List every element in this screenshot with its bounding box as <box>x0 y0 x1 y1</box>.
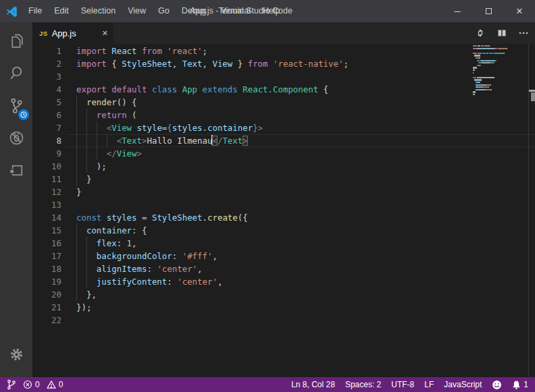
code-token: import <box>76 46 107 56</box>
overview-ruler[interactable] <box>528 44 535 377</box>
indent-guide <box>97 134 97 147</box>
code-line[interactable]: 19 justifyContent: 'center', <box>32 275 535 288</box>
indentation-button[interactable]: Spaces: 2 <box>345 380 381 389</box>
code-token: ; <box>203 46 207 56</box>
code-editor[interactable]: 1import React from 'react';2import { Sty… <box>32 44 535 377</box>
line-number[interactable]: 17 <box>32 250 61 262</box>
line-number[interactable]: 18 <box>32 262 61 275</box>
code-line[interactable]: 12} <box>32 186 535 198</box>
line-number[interactable]: 12 <box>32 186 61 198</box>
line-number[interactable]: 14 <box>32 211 61 224</box>
line-number[interactable]: 19 <box>32 275 61 288</box>
code-line[interactable]: 2import { StyleSheet, Text, View } from … <box>32 57 535 70</box>
menu-selection[interactable]: Selection <box>75 0 122 22</box>
code-token: }); <box>76 302 91 312</box>
code-token: 'center' <box>157 264 197 274</box>
code-line[interactable]: 4export default class App extends React.… <box>32 83 535 96</box>
code-text: alignItems: 'center', <box>76 262 535 275</box>
line-number[interactable]: 21 <box>32 301 61 314</box>
tab-bar: JS App.js ✕ <box>32 22 535 44</box>
split-editor-button[interactable] <box>496 27 508 39</box>
code-line[interactable]: 14const styles = StyleSheet.create({ <box>32 211 535 224</box>
maximize-button[interactable] <box>473 0 504 22</box>
line-number[interactable]: 5 <box>32 96 61 109</box>
indent-guide <box>76 173 77 186</box>
minimap-lines <box>473 45 528 99</box>
minimize-button[interactable]: ─ <box>442 0 473 22</box>
menu-go[interactable]: Go <box>152 0 176 22</box>
line-number[interactable]: 22 <box>32 314 61 327</box>
code-token: : <box>147 264 157 274</box>
line-number[interactable]: 4 <box>32 83 61 96</box>
tab-appjs[interactable]: JS App.js ✕ <box>32 22 113 44</box>
indent-guide <box>97 147 97 160</box>
code-text: container: { <box>76 224 535 237</box>
minimap[interactable] <box>473 45 528 99</box>
code-token: } <box>253 123 257 133</box>
line-number[interactable]: 20 <box>32 288 61 301</box>
code-line[interactable]: 21}); <box>32 301 535 314</box>
code-line[interactable]: 9 </View> <box>32 147 535 160</box>
encoding-button[interactable]: UTF-8 <box>391 380 414 389</box>
line-number[interactable]: 9 <box>32 147 61 160</box>
code-token <box>197 84 202 94</box>
code-line[interactable]: 11 } <box>32 173 535 186</box>
language-mode-button[interactable]: JavaScript <box>444 380 482 389</box>
line-number[interactable]: 7 <box>32 121 61 134</box>
code-line[interactable]: 15 container: { <box>32 224 535 237</box>
line-number[interactable]: 2 <box>32 57 61 70</box>
activity-search-button[interactable] <box>0 57 32 89</box>
code-line[interactable]: 18 alignItems: 'center', <box>32 262 535 275</box>
code-token: 'react' <box>167 46 202 56</box>
line-number[interactable]: 15 <box>32 224 61 237</box>
activity-source-control-button[interactable] <box>0 89 32 121</box>
activity-debug-button[interactable] <box>0 121 32 154</box>
code-line[interactable]: 13 <box>32 198 535 211</box>
clock-icon <box>20 111 28 119</box>
open-changes-button[interactable] <box>474 27 486 39</box>
menu-edit[interactable]: Edit <box>48 0 75 22</box>
line-number[interactable]: 16 <box>32 237 61 250</box>
code-line[interactable]: 16 flex: 1, <box>32 237 535 250</box>
cursor-position-button[interactable]: Ln 8, Col 28 <box>291 380 335 389</box>
code-line[interactable]: 3 <box>32 70 535 83</box>
gear-icon <box>8 346 25 363</box>
line-number[interactable]: 13 <box>32 198 61 211</box>
window-controls: ─ ✕ <box>442 0 535 22</box>
eol-button[interactable]: LF <box>424 380 434 389</box>
menu-view[interactable]: View <box>122 0 152 22</box>
feedback-button[interactable] <box>492 380 502 390</box>
activity-explorer-button[interactable] <box>0 24 32 57</box>
manage-button[interactable] <box>0 338 32 370</box>
tab-close-icon[interactable]: ✕ <box>102 29 108 38</box>
git-branch-button[interactable] <box>7 379 16 390</box>
problems-button[interactable]: 0 0 <box>23 380 63 389</box>
line-number[interactable]: 3 <box>32 70 61 83</box>
line-number[interactable]: 6 <box>32 109 61 121</box>
code-line[interactable]: 6 return ( <box>32 109 535 121</box>
line-number[interactable]: 8 <box>32 134 61 147</box>
code-line[interactable]: 7 <View style={styles.container}> <box>32 121 535 134</box>
code-line[interactable]: 8 <Text>Hallo Ilmenau</Text> <box>32 134 535 147</box>
code-token <box>76 123 107 133</box>
code-token <box>76 97 86 107</box>
extensions-icon <box>7 161 26 179</box>
code-token: return <box>97 110 127 120</box>
code-line[interactable]: 22 <box>32 314 535 327</box>
line-number[interactable]: 1 <box>32 45 61 57</box>
menu-file[interactable]: File <box>22 0 48 22</box>
indent-guide <box>97 121 97 134</box>
line-number[interactable]: 10 <box>32 160 61 173</box>
code-line[interactable]: 10 ); <box>32 160 535 173</box>
code-line[interactable]: 20 }, <box>32 288 535 301</box>
code-line[interactable]: 5 render() { <box>32 96 535 109</box>
close-button[interactable]: ✕ <box>504 0 535 22</box>
notifications-button[interactable]: 1 <box>512 380 528 390</box>
line-number[interactable]: 11 <box>32 173 61 186</box>
code-line[interactable]: 17 backgroundColor: '#fff', <box>32 250 535 262</box>
code-line[interactable]: 1import React from 'react'; <box>32 45 535 57</box>
code-token <box>177 84 182 94</box>
code-text <box>76 198 535 211</box>
activity-extensions-button[interactable] <box>0 154 32 186</box>
more-actions-button[interactable] <box>517 27 530 39</box>
